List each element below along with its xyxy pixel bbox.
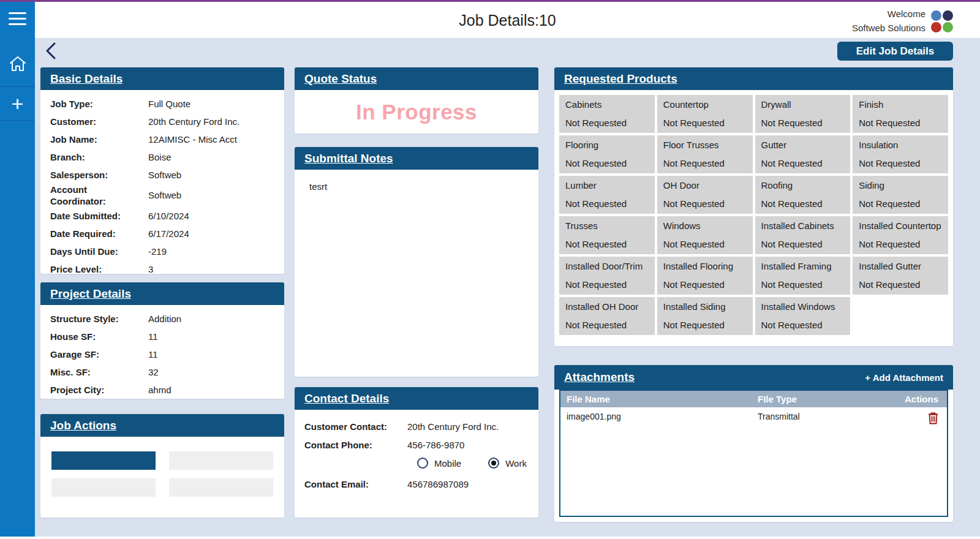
detail-row: Project City: ahmd [40, 382, 284, 399]
product-status: Not Requested [761, 158, 845, 168]
column-header-file-type: FIle Type [758, 394, 880, 404]
contact-details-card: Contact Details Customer Contact: 20th C… [295, 387, 538, 518]
detail-label: Salesperson: [50, 170, 139, 181]
job-action-button[interactable] [51, 451, 156, 470]
product-name: Cabinets [565, 99, 649, 110]
detail-value: Softweb [148, 170, 181, 181]
job-action-button[interactable] [51, 478, 156, 497]
product-name: Installed Door/Trim [565, 261, 649, 272]
product-tile: Floor Trusses Not Requested [657, 135, 753, 173]
detail-value: -219 [148, 246, 167, 258]
detail-label: Date Submitted: [50, 211, 139, 222]
product-status: Not Requested [859, 279, 942, 290]
product-tile: Flooring Not Requested [559, 135, 655, 173]
product-status: Not Requested [565, 198, 649, 209]
welcome-text: Welcome Softweb Solutions [852, 7, 925, 35]
attachments-header: Attachments + Add Attachment [554, 365, 953, 390]
detail-value: 6/17/2024 [148, 228, 189, 240]
contact-email-row: Contact Email: 456786987089 [295, 475, 538, 493]
detail-label: Price Level: [50, 264, 139, 276]
detail-label: Account Coordinator: [50, 184, 139, 208]
product-tile: Roofing Not Requested [755, 176, 851, 214]
product-tile: Cabinets Not Requested [559, 95, 655, 133]
detail-row: Date Submitted: 6/10/2024 [40, 208, 284, 225]
basic-details-title: Basic Details [50, 72, 123, 86]
sidebar: + [0, 2, 35, 537]
product-status: Not Requested [565, 118, 649, 128]
attachment-file-name: image001.png [560, 412, 758, 421]
contact-email-label: Contact Email: [304, 479, 407, 489]
product-tile: Installed Door/Trim Not Requested [559, 257, 655, 295]
product-status: Not Requested [859, 118, 942, 128]
detail-value: 6/10/2024 [148, 211, 189, 222]
detail-label: Job Type: [50, 99, 139, 110]
product-name: Drywall [761, 99, 845, 110]
customer-contact-row: Customer Contact: 20th Century Ford Inc. [295, 417, 538, 435]
radio-work-icon[interactable] [488, 458, 499, 469]
company-logo [931, 10, 953, 32]
radio-option-work[interactable]: Work [488, 458, 527, 469]
product-status: Not Requested [761, 118, 845, 128]
detail-label: Misc. SF: [50, 367, 139, 379]
basic-details-rows: Job Type: Full Quote Customer: 20th Cent… [40, 90, 284, 279]
logo-circle-navy [943, 10, 953, 21]
product-status: Not Requested [663, 158, 747, 168]
add-button[interactable]: + [0, 86, 35, 121]
product-tile: Finish Not Requested [853, 95, 948, 133]
customer-contact-label: Customer Contact: [304, 421, 407, 432]
product-name: Floor Trusses [663, 140, 747, 151]
quote-status-title: Quote Status [304, 72, 377, 86]
add-attachment-button[interactable]: + Add Attachment [865, 372, 943, 383]
edit-job-details-button[interactable]: Edit Job Details [837, 42, 953, 61]
product-status: Not Requested [663, 118, 747, 128]
top-bar: Job Details:10 Welcome Softweb Solutions [35, 2, 980, 38]
menu-icon[interactable] [0, 2, 35, 25]
attachments-table-body: image001.png Transmittal [560, 407, 947, 426]
product-name: Installed OH Door [565, 301, 649, 312]
attachments-title: Attachments [564, 371, 635, 384]
page-title: Job Details:10 [35, 12, 980, 29]
radio-mobile-icon[interactable] [417, 458, 428, 469]
product-tile: Installed OH Door Not Requested [559, 297, 655, 335]
requested-products-title: Requested Products [564, 72, 677, 86]
detail-row: Job Name: 12AIMISC - Misc Acct [40, 131, 284, 149]
project-details-rows: Structure Style: Addition House SF: 11 G… [40, 305, 284, 399]
back-button[interactable] [43, 41, 62, 62]
attachment-file-type: Transmittal [758, 412, 880, 421]
product-tile: Installed Cabinets Not Requested [755, 216, 851, 254]
submittal-note-text: tesrt [295, 170, 538, 203]
product-name: Siding [859, 180, 942, 191]
detail-label: Customer: [50, 116, 139, 128]
product-name: Lumber [565, 180, 649, 191]
product-status: Not Requested [761, 279, 845, 290]
detail-value: 32 [148, 367, 159, 379]
radio-option-mobile[interactable]: Mobile [417, 458, 461, 469]
detail-value: ahmd [148, 385, 172, 396]
detail-value: 11 [148, 349, 158, 361]
trash-icon [928, 412, 938, 424]
phone-type-radio-group: Mobile Work [417, 458, 538, 469]
job-actions-buttons [40, 437, 284, 497]
product-tile: Windows Not Requested [657, 216, 753, 254]
job-actions-title: Job Actions [50, 419, 116, 432]
home-button[interactable] [0, 50, 35, 78]
user-welcome: Welcome Softweb Solutions [852, 7, 953, 35]
product-tile: Installed Countertop Not Requested [853, 216, 948, 254]
product-name: Installed Gutter [859, 261, 942, 272]
attachments-card: Attachments + Add Attachment File Name F… [554, 365, 953, 522]
delete-attachment-button[interactable] [928, 412, 938, 426]
detail-row: Structure Style: Addition [40, 311, 284, 328]
plus-icon: + [12, 93, 24, 114]
job-action-button[interactable] [169, 451, 273, 470]
product-tile: Trusses Not Requested [559, 216, 655, 254]
detail-label: Structure Style: [50, 314, 139, 325]
detail-row: Garage SF: 11 [40, 346, 284, 364]
logo-circle-red [931, 22, 941, 32]
product-name: Installed Siding [663, 301, 747, 312]
product-tile: Installed Flooring Not Requested [657, 257, 753, 295]
detail-label: Days Until Due: [50, 246, 139, 258]
job-action-button[interactable] [169, 478, 273, 497]
product-name: OH Door [663, 180, 747, 191]
chevron-left-icon [43, 41, 58, 61]
product-status: Not Requested [565, 239, 649, 249]
